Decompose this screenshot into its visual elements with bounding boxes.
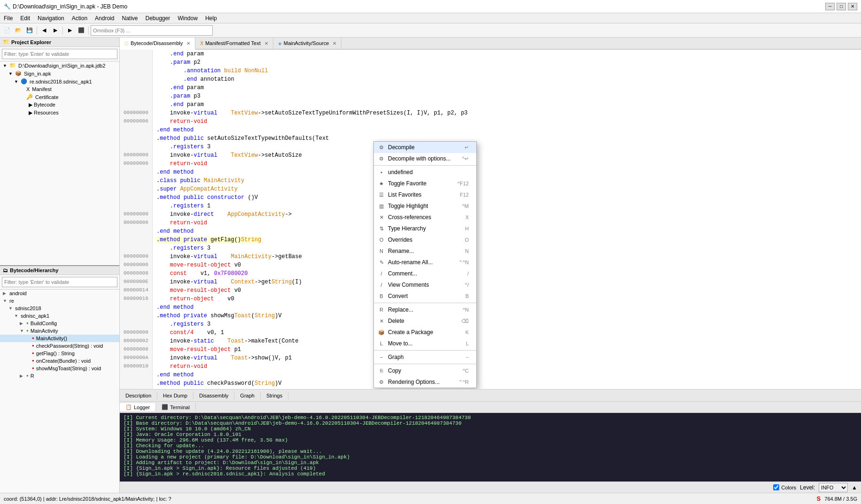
- code-line: .end method: [120, 303, 861, 312]
- context-menu-item-16[interactable]: 📦Create a PackageK: [374, 327, 476, 338]
- hierarchy-tree-item[interactable]: ▼re: [0, 297, 119, 305]
- hierarchy-filter-input[interactable]: [2, 277, 117, 287]
- open-button[interactable]: 📂: [13, 25, 23, 36]
- project-tree-item[interactable]: XManifest: [0, 85, 119, 93]
- hierarchy-tree-item[interactable]: ▼sdnisc_apk1: [0, 312, 119, 320]
- context-menu-item-11[interactable]: /Comment.../: [374, 268, 476, 279]
- log-line: [I] Checking for update...: [124, 443, 857, 449]
- menu-item-action[interactable]: Action: [68, 14, 91, 23]
- hierarchy-tree-item[interactable]: ●MainActivity(): [0, 335, 119, 342]
- context-menu-item-19[interactable]: ⎘Copy^C: [374, 365, 476, 376]
- new-button[interactable]: 📄: [2, 25, 12, 36]
- context-menu-item-10[interactable]: ✎Auto-rename All...⌃^N: [374, 257, 476, 268]
- project-tree-item[interactable]: ▼📦Sign_in.apk: [0, 69, 119, 77]
- stop-button[interactable]: ⬛: [76, 25, 86, 36]
- context-menu-item-4[interactable]: ☰List FavoritesF12: [374, 189, 476, 200]
- context-menu-item-14[interactable]: RReplace...^N: [374, 304, 476, 315]
- menu-item-android[interactable]: Android: [91, 14, 118, 23]
- context-menu-item-3[interactable]: ★Toggle Favorite^F12: [374, 178, 476, 189]
- hierarchy-tree-item[interactable]: ●onCreate(Bundle) : void: [0, 357, 119, 365]
- project-filter-input[interactable]: [2, 49, 117, 59]
- context-menu-item-1[interactable]: ⚙Decompile with options...^↵: [374, 153, 476, 164]
- run-button[interactable]: ▶: [65, 25, 75, 36]
- context-menu-item-0[interactable]: ⚙Decompile↵: [374, 142, 476, 153]
- context-menu-item-9[interactable]: NRename...N: [374, 245, 476, 257]
- menu-item-edit[interactable]: Edit: [16, 14, 34, 23]
- context-menu-item-18[interactable]: −Graph−: [374, 351, 476, 363]
- title-bar: 🔧 D:\Download\sign_in\Sign_in.apk - JEB …: [0, 0, 861, 13]
- logger-tab-logger[interactable]: 📋Logger: [120, 403, 156, 411]
- code-line: .method public constructor ()V: [120, 193, 861, 202]
- project-tree-item[interactable]: 🔑Certificate: [0, 93, 119, 101]
- project-tree-item[interactable]: ▶ Resources: [0, 109, 119, 117]
- code-line: 00000000 const/4 v0, 1: [120, 328, 861, 337]
- context-menu-item-7[interactable]: ⇅Type HierarchyH: [374, 223, 476, 234]
- hierarchy-tree-item[interactable]: ▶●R: [0, 372, 119, 380]
- context-menu-item-6[interactable]: ✕Cross-referencesX: [374, 212, 476, 223]
- line-code: const/4 v0, 1: [153, 328, 861, 337]
- save-button[interactable]: 💾: [24, 25, 35, 36]
- hierarchy-tree-item[interactable]: ●showMsgToast(String) : void: [0, 365, 119, 372]
- editor-tab-bytecode-disassembly[interactable]: ⬡Bytecode/Disassembly✕: [120, 38, 195, 50]
- context-menu-item-17[interactable]: LMove to...L: [374, 338, 476, 349]
- log-area[interactable]: [I] Current directory: D:\Data\secquan\A…: [120, 413, 861, 481]
- omnibox[interactable]: [91, 25, 213, 36]
- level-select[interactable]: DEBUGINFOWARNERROR: [819, 483, 848, 492]
- context-menu-item-13[interactable]: BConvertB: [374, 290, 476, 302]
- hierarchy-tree-item[interactable]: ●checkPassword(String) : void: [0, 342, 119, 350]
- bottom-tab-description[interactable]: Description: [120, 392, 157, 399]
- context-menu-item-20[interactable]: ⚙Rendering Options...⌃^R: [374, 376, 476, 388]
- hierarchy-tree-item[interactable]: ▼●MainActivity: [0, 327, 119, 335]
- code-view[interactable]: .end param .param p2 .annotation build N…: [120, 50, 861, 389]
- project-tree-item[interactable]: ▼🔵re.sdnisc2018.sdnisc_apk1: [0, 77, 119, 85]
- minimize-button[interactable]: ─: [825, 3, 835, 10]
- hierarchy-tree-item[interactable]: ▶●BuildConfig: [0, 320, 119, 327]
- context-menu-item-12[interactable]: /View Comments^/: [374, 279, 476, 290]
- line-address: [120, 244, 153, 252]
- context-menu-item-8[interactable]: OOverridesO: [374, 234, 476, 245]
- hierarchy-tree-item[interactable]: ▶android: [0, 290, 119, 297]
- hierarchy-tree-item[interactable]: ●getFlag() : String: [0, 350, 119, 357]
- editor-tab-manifest-formatted-text[interactable]: XManifest/Formatted Text✕: [195, 38, 273, 49]
- context-menu-item-15[interactable]: ✕Delete⌫: [374, 315, 476, 327]
- menu-item-native[interactable]: Native: [118, 14, 141, 23]
- line-address: 00000006: [120, 261, 153, 269]
- menu-item-navigation[interactable]: Navigation: [34, 14, 68, 23]
- context-menu-item-2[interactable]: •undefined: [374, 167, 476, 178]
- menu-item-window[interactable]: Window: [174, 14, 202, 23]
- back-button[interactable]: ◀: [39, 25, 49, 36]
- maximize-button[interactable]: □: [837, 3, 846, 10]
- line-address: 00000000: [120, 328, 153, 337]
- editor-tab-mainactivity-source[interactable]: ◈MainActivity/Source✕: [273, 38, 342, 49]
- ctx-item-shortcut: ^↵: [462, 156, 469, 162]
- bottom-tab-graph[interactable]: Graph: [234, 392, 261, 399]
- tab-close-button[interactable]: ✕: [333, 41, 336, 46]
- context-menu-item-5[interactable]: ▥Toggle Highlight^M: [374, 200, 476, 212]
- bottom-tab-hex-dump[interactable]: Hex Dump: [157, 392, 194, 399]
- menu-item-file[interactable]: File: [0, 14, 16, 23]
- menu-item-help[interactable]: Help: [202, 14, 221, 23]
- project-tree-item[interactable]: ▶ Bytecode: [0, 101, 119, 109]
- tab-close-button[interactable]: ✕: [264, 41, 268, 46]
- bottom-tab-strings[interactable]: Strings: [261, 392, 288, 399]
- code-line: .end param: [120, 50, 861, 58]
- hierarchy-tree-item[interactable]: ▼sdnisc2018: [0, 305, 119, 312]
- code-line: 00000006 return-void: [120, 117, 861, 126]
- tab-icon: ⬡: [124, 41, 129, 46]
- log-expand-icon[interactable]: ▲: [852, 484, 857, 491]
- logger-tab-terminal[interactable]: ⬛Terminal: [156, 403, 196, 411]
- bottom-tab-disassembly[interactable]: Disassembly: [194, 392, 234, 399]
- menu-item-debugger[interactable]: Debugger: [141, 14, 174, 23]
- hierarchy-title: Bytecode/Hierarchy: [10, 267, 58, 273]
- line-address: [120, 185, 153, 193]
- colors-checkbox[interactable]: [773, 484, 779, 490]
- forward-button[interactable]: ▶: [50, 25, 61, 36]
- project-tree-item[interactable]: ▼📁D:\Download\sign_in\Sign_in.apk.jdb2: [0, 61, 119, 69]
- tab-close-button[interactable]: ✕: [186, 41, 190, 46]
- ctx-item-icon: 📦: [378, 328, 385, 336]
- close-button[interactable]: ✕: [848, 3, 857, 10]
- line-code: .end param: [153, 84, 861, 92]
- logger-icon: 📋: [125, 404, 132, 410]
- log-line: [I] Adding artifact to project: D:\Downl…: [124, 460, 857, 466]
- right-area: ⬡Bytecode/Disassembly✕XManifest/Formatte…: [120, 38, 861, 493]
